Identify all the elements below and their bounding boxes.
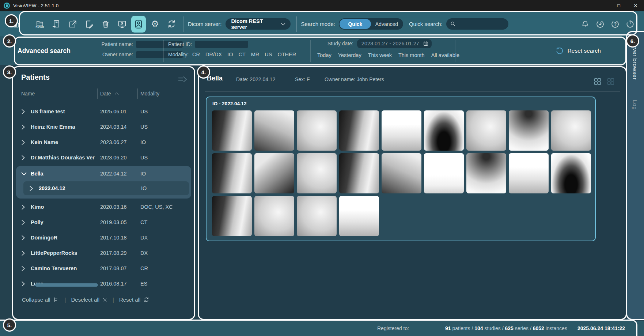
modality-chip-other[interactable]: OTHER bbox=[277, 52, 296, 57]
modality-chip-ct[interactable]: CT bbox=[238, 52, 245, 57]
xray-thumbnail[interactable] bbox=[212, 196, 252, 236]
xray-thumbnail[interactable] bbox=[212, 110, 252, 151]
xray-thumbnail[interactable] bbox=[551, 153, 591, 193]
quick-search-input[interactable] bbox=[458, 21, 502, 27]
column-header-name[interactable]: Name bbox=[21, 91, 35, 97]
download-update-button[interactable] bbox=[594, 18, 606, 30]
search-mode-quick[interactable]: Quick bbox=[340, 19, 371, 29]
chevron-right-icon[interactable] bbox=[21, 220, 31, 225]
column-header-date[interactable]: Date bbox=[100, 91, 119, 97]
chevron-right-icon[interactable] bbox=[21, 124, 31, 130]
patient-row[interactable]: Camino Tervueren2017.08.07CR bbox=[16, 261, 191, 276]
xray-thumbnail[interactable] bbox=[551, 110, 591, 151]
xray-thumbnail[interactable] bbox=[254, 196, 294, 236]
chevron-down-icon[interactable] bbox=[21, 172, 31, 176]
xray-thumbnail[interactable] bbox=[339, 110, 379, 151]
reset-search-button[interactable]: Reset search bbox=[555, 46, 601, 55]
chevron-right-icon[interactable] bbox=[21, 266, 31, 271]
patient-row[interactable]: Kimo2020.03.16DOC, US, XC bbox=[16, 199, 191, 215]
xray-thumbnail[interactable] bbox=[297, 196, 337, 236]
send-to-display-button[interactable] bbox=[115, 16, 129, 33]
notifications-button[interactable] bbox=[579, 18, 591, 30]
close-button[interactable]: ✕ bbox=[627, 0, 644, 11]
chevron-right-icon[interactable] bbox=[21, 235, 31, 241]
chevron-right-icon[interactable] bbox=[21, 204, 31, 210]
add-jpg-button[interactable]: JPG bbox=[49, 16, 64, 33]
refresh-button[interactable] bbox=[164, 16, 179, 33]
xray-thumbnail[interactable] bbox=[509, 153, 549, 193]
xray-thumbnail[interactable] bbox=[297, 153, 337, 193]
xray-thumbnail[interactable] bbox=[339, 196, 379, 236]
collapse-all-button[interactable]: Collapse all bbox=[22, 297, 60, 303]
thumbnail-size-small-button[interactable] bbox=[607, 78, 615, 86]
export-button[interactable] bbox=[65, 16, 80, 33]
settings-button[interactable]: ⚙ bbox=[148, 16, 162, 33]
date-filter-this-week[interactable]: This week bbox=[368, 52, 392, 58]
help-button[interactable]: ? bbox=[609, 18, 621, 30]
deselect-all-button[interactable]: Deselect all bbox=[71, 297, 107, 303]
xray-thumbnail[interactable] bbox=[382, 153, 421, 193]
study-date-range-field[interactable]: 2023.01.27 - 2026.01.27 bbox=[357, 39, 432, 48]
chevron-right-icon[interactable] bbox=[21, 140, 31, 145]
patient-row[interactable]: DomingoR2017.10.18DX bbox=[16, 230, 191, 245]
xray-thumbnail[interactable] bbox=[466, 110, 506, 151]
modality-chip-dr-dx[interactable]: DR/DX bbox=[205, 52, 222, 57]
date-filter-this-month[interactable]: This month bbox=[398, 52, 425, 58]
patient-row[interactable]: US frame test2025.06.01US bbox=[16, 104, 191, 119]
patient-row[interactable]: Dr.Matthias Dourakas Ver2023.06.20US bbox=[16, 150, 191, 165]
tab-log[interactable]: Log bbox=[632, 100, 638, 110]
xray-thumbnail[interactable] bbox=[466, 153, 506, 193]
patient-row[interactable]: Heinz Knie Emma2024.03.14US bbox=[16, 119, 191, 135]
thumbnail-size-large-button[interactable] bbox=[594, 78, 602, 86]
xray-thumbnail[interactable] bbox=[509, 110, 549, 151]
date-filter-yesterday[interactable]: Yesterday bbox=[338, 52, 361, 58]
xray-thumbnail[interactable] bbox=[382, 110, 421, 151]
chevron-right-icon[interactable] bbox=[21, 109, 31, 114]
chevron-right-icon[interactable] bbox=[21, 250, 31, 256]
study-browser-panel: Bella Date: 2022.04.12Sex: FOwner name: … bbox=[199, 67, 626, 319]
patient-browser-button[interactable] bbox=[131, 16, 146, 33]
search-mode-advanced[interactable]: Advanced bbox=[371, 19, 402, 29]
patient-date: 2024.03.14 bbox=[100, 124, 140, 130]
date-filter-today[interactable]: Today bbox=[317, 52, 332, 58]
chevron-right-icon[interactable] bbox=[29, 186, 39, 191]
patient-id-input[interactable] bbox=[195, 41, 248, 48]
xray-thumbnail[interactable] bbox=[212, 153, 252, 193]
chevron-right-icon[interactable] bbox=[21, 281, 31, 287]
quick-search-field[interactable] bbox=[446, 18, 508, 30]
modality-chip-io[interactable]: IO bbox=[227, 52, 233, 57]
patient-modality: CT bbox=[140, 219, 191, 225]
chevron-right-icon[interactable] bbox=[21, 155, 31, 161]
xray-thumbnail[interactable] bbox=[424, 110, 464, 151]
patient-row[interactable]: Polly2019.03.05CT bbox=[16, 215, 191, 230]
download-circle-icon bbox=[595, 19, 605, 29]
edit-button[interactable] bbox=[82, 16, 96, 33]
xray-thumbnail[interactable] bbox=[254, 110, 294, 151]
minimize-button[interactable]: – bbox=[594, 0, 610, 11]
xray-thumbnail[interactable] bbox=[297, 110, 337, 151]
trash-icon bbox=[101, 19, 110, 29]
series-card[interactable]: IO - 2022.04.12 bbox=[206, 97, 596, 241]
delete-button[interactable] bbox=[98, 16, 113, 33]
modality-chip-cr[interactable]: CR bbox=[192, 52, 200, 57]
xray-thumbnail[interactable] bbox=[424, 153, 464, 193]
open-dicom-folder-button[interactable]: DICOM bbox=[33, 16, 47, 33]
dicom-server-select[interactable]: Dicom REST server bbox=[226, 18, 291, 30]
patient-name: Heinz Knie Emma bbox=[31, 124, 100, 130]
power-button[interactable] bbox=[624, 18, 636, 30]
xray-thumbnail[interactable] bbox=[254, 153, 294, 193]
patient-date: 2025.06.01 bbox=[100, 109, 140, 114]
patient-row[interactable]: LittlePepperRocks2017.08.29DX bbox=[16, 245, 191, 261]
column-header-modality[interactable]: Modality bbox=[140, 91, 159, 97]
patient-date: 2017.08.29 bbox=[100, 250, 140, 256]
maximize-button[interactable]: □ bbox=[610, 0, 627, 11]
modality-chip-us[interactable]: US bbox=[265, 52, 272, 57]
patient-row[interactable]: Bella2022.04.12IO bbox=[16, 166, 191, 181]
panel-collapse-icon[interactable] bbox=[177, 75, 188, 84]
study-row[interactable]: 2022.04.12IO bbox=[23, 181, 189, 195]
reset-all-button[interactable]: Reset all bbox=[119, 297, 149, 303]
xray-thumbnail[interactable] bbox=[339, 153, 379, 193]
modality-chip-mr[interactable]: MR bbox=[251, 52, 260, 57]
horizontal-scrollbar[interactable] bbox=[35, 283, 98, 287]
patient-row[interactable]: Kein Name2023.06.27IO bbox=[16, 135, 191, 150]
